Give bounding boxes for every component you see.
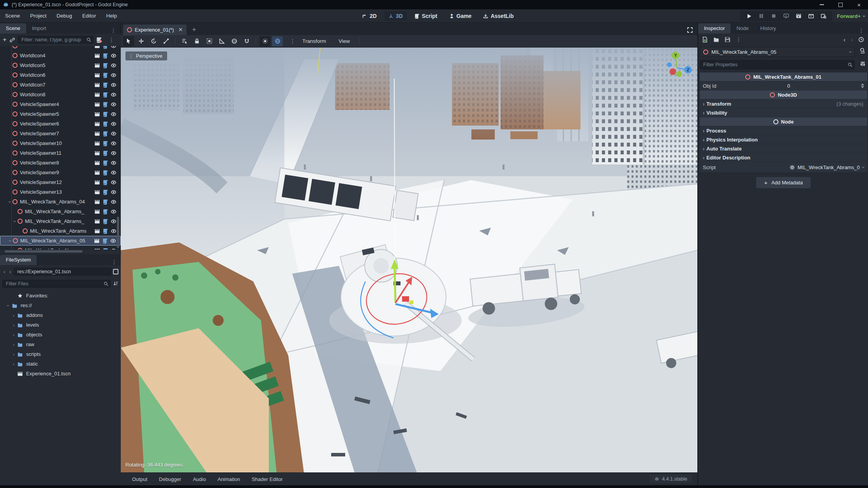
bottom-tab-audio[interactable]: Audio: [187, 476, 212, 482]
stop-button[interactable]: [771, 13, 777, 19]
open-scene-icon[interactable]: [93, 199, 101, 205]
current-path-field[interactable]: [14, 268, 111, 276]
open-scene-icon[interactable]: [93, 228, 101, 234]
scene-tree-row[interactable]: VehicleSpawner8: [0, 158, 121, 168]
open-scene-icon[interactable]: [93, 101, 101, 108]
visibility-icon[interactable]: [109, 179, 118, 186]
value-spinner[interactable]: [861, 83, 864, 88]
expand-viewport-icon[interactable]: [683, 25, 697, 35]
property-value[interactable]: 0: [716, 83, 861, 89]
scale-mode-button[interactable]: [161, 36, 171, 46]
visibility-icon[interactable]: [109, 121, 118, 127]
instance-scene-icon[interactable]: [9, 37, 15, 43]
axis-gizmo[interactable]: Y Z: [661, 50, 693, 83]
scene-tree-row[interactable]: ›MIL_WreckTank_Abrams_: [0, 216, 121, 226]
visibility-icon[interactable]: [109, 92, 118, 98]
scene-tree-row[interactable]: ›MIL_WreckTank_Abrams_04: [0, 197, 121, 207]
move-mode-button[interactable]: [136, 36, 146, 46]
script-icon[interactable]: [101, 53, 109, 59]
visibility-icon[interactable]: [109, 62, 118, 69]
remote-debug-icon[interactable]: [783, 13, 789, 19]
history-back-icon[interactable]: ‹: [2, 269, 7, 275]
play-custom-scene-button[interactable]: [808, 13, 814, 19]
scene-tree-row[interactable]: ›MIL_WreckTank_Abrams_05: [0, 236, 121, 246]
script-icon[interactable]: [101, 248, 109, 250]
open-scene-icon[interactable]: [93, 92, 101, 98]
play-scene-button[interactable]: [796, 13, 802, 19]
expand-arrow-icon[interactable]: ›: [12, 219, 18, 224]
scene-tree-hscrollbar[interactable]: [5, 250, 83, 253]
visibility-icon[interactable]: [109, 228, 118, 234]
inspector-group[interactable]: ›Visibility: [700, 108, 867, 117]
inspector-group[interactable]: ›Auto Translate: [700, 144, 867, 153]
script-icon[interactable]: [101, 131, 109, 137]
open-scene-icon[interactable]: [93, 218, 101, 225]
visibility-icon[interactable]: [109, 238, 117, 244]
filesystem-row[interactable]: ›raw: [0, 339, 121, 349]
filesystem-row[interactable]: ›addons: [0, 310, 121, 320]
workspace-game[interactable]: Game: [445, 11, 476, 21]
visibility-icon[interactable]: [109, 101, 118, 108]
scene-tree-row[interactable]: VehicleSpawner6: [0, 119, 121, 129]
inspector-menu-icon[interactable]: ⋮: [855, 27, 868, 34]
expand-arrow-icon[interactable]: ›: [6, 303, 11, 308]
filter-properties-input[interactable]: [700, 60, 855, 69]
inspector-category[interactable]: MIL_WreckTank_Abrams_01: [700, 72, 867, 81]
open-scene-icon[interactable]: [93, 140, 101, 147]
expand-arrow-icon[interactable]: ›: [11, 332, 16, 337]
open-scene-icon[interactable]: [93, 209, 101, 215]
open-scene-icon[interactable]: [93, 46, 101, 49]
workspace-script[interactable]: Script: [411, 11, 441, 21]
menu-debug[interactable]: Debug: [51, 9, 77, 22]
filesystem-row[interactable]: ›static: [0, 359, 121, 369]
add-metadata-button[interactable]: +Add Metadata: [756, 177, 811, 188]
filesystem-row[interactable]: ›objects: [0, 330, 121, 339]
scene-tree-row[interactable]: MIL_WreckTank_Abrams: [0, 246, 121, 249]
scene-filter-input[interactable]: [18, 36, 94, 44]
history-forward-icon[interactable]: ›: [851, 36, 853, 43]
perspective-menu[interactable]: ⋮ Perspective: [125, 51, 167, 60]
history-back-icon[interactable]: ‹: [843, 36, 845, 43]
visibility-icon[interactable]: [109, 111, 118, 117]
scene-tree-row[interactable]: MIL_WreckTank_Abrams: [0, 226, 121, 236]
script-icon[interactable]: [101, 72, 109, 78]
expand-arrow-icon[interactable]: ›: [11, 323, 16, 327]
scene-tree-row[interactable]: [0, 46, 121, 51]
scene-tree-row[interactable]: WorldIcon7: [0, 80, 121, 90]
open-scene-icon[interactable]: [93, 238, 101, 244]
script-icon[interactable]: [101, 140, 109, 147]
open-scene-icon[interactable]: [93, 150, 101, 156]
renderer-selector[interactable]: Forward+ ›: [837, 13, 865, 19]
filesystem-row[interactable]: ›res://: [0, 301, 121, 310]
snap-mode-icon[interactable]: [241, 36, 252, 46]
bottom-tab-output[interactable]: Output: [126, 476, 153, 482]
expand-arrow-icon[interactable]: ›: [11, 362, 16, 366]
visibility-icon[interactable]: [109, 218, 118, 225]
visibility-icon[interactable]: [109, 82, 118, 88]
filesystem-menu-icon[interactable]: ⋮: [108, 259, 121, 265]
scene-tree-row[interactable]: VehicleSpawner4: [0, 99, 121, 109]
scene-tree-row[interactable]: VehicleSpawner9: [0, 168, 121, 177]
scene-tree-row[interactable]: MIL_WreckTank_Abrams_: [0, 207, 121, 216]
local-space-icon[interactable]: [229, 36, 240, 46]
filesystem-row[interactable]: Favorites:: [0, 291, 121, 301]
visibility-icon[interactable]: [109, 170, 118, 176]
script-icon[interactable]: [101, 121, 109, 127]
preview-environment-icon[interactable]: [272, 36, 283, 46]
filter-files-input[interactable]: [2, 280, 111, 288]
open-scene-icon[interactable]: [93, 160, 101, 166]
ruler-mode-icon[interactable]: [216, 36, 227, 46]
script-icon[interactable]: [101, 82, 109, 88]
selectable-list-icon[interactable]: [179, 36, 190, 46]
scene-tree-row[interactable]: WorldIcon8: [0, 90, 121, 99]
script-icon[interactable]: [101, 228, 109, 234]
visibility-icon[interactable]: [109, 140, 118, 147]
bottom-tab-animation[interactable]: Animation: [212, 476, 246, 482]
pause-button[interactable]: [758, 13, 764, 19]
script-icon[interactable]: [101, 111, 109, 117]
new-scene-tab-button[interactable]: +: [187, 26, 201, 35]
resource-menu-icon[interactable]: ⋮: [736, 36, 741, 42]
tab-node[interactable]: Node: [730, 23, 754, 34]
workspace-assetlib[interactable]: AssetLib: [479, 11, 517, 21]
inspected-node-selector[interactable]: MIL_WreckTank_Abrams_05 ›: [700, 47, 855, 57]
